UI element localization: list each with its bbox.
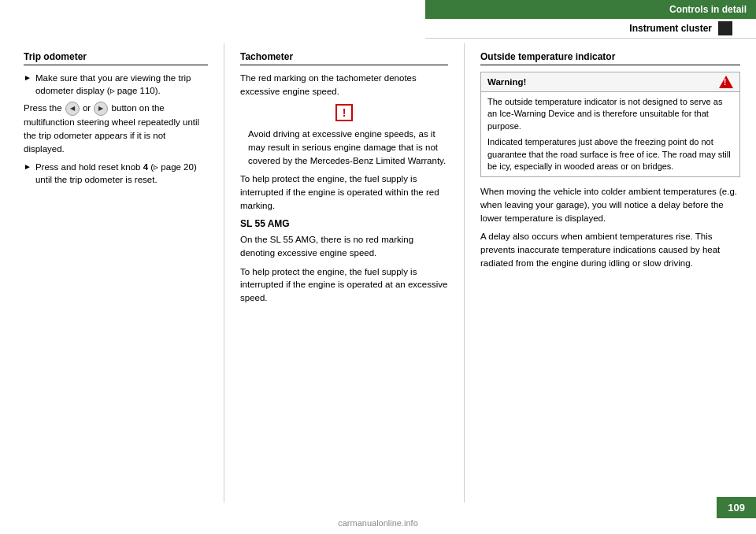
bullet-item-1: ► Make sure that you are viewing the tri…	[24, 72, 208, 97]
bullet-arrow-1: ►	[24, 72, 32, 83]
left-button-icon	[65, 102, 80, 116]
instrument-cluster-bar: Instrument cluster	[425, 19, 756, 39]
trip-odometer-section: Trip odometer ► Make sure that you are v…	[0, 43, 224, 502]
outside-temp-body1: When moving the vehicle into colder ambi…	[480, 185, 740, 224]
instrument-cluster-label: Instrument cluster	[629, 23, 712, 34]
warning-title: Warning!	[487, 77, 526, 87]
body-text-press: Press the or button on the multifunction…	[24, 102, 208, 155]
bullet-arrow-2: ►	[24, 161, 32, 172]
sl55-body1: On the SL 55 AMG, there is no red markin…	[240, 233, 448, 259]
warning-body: The outside temperature indicator is not…	[481, 92, 739, 176]
content-area: Trip odometer ► Make sure that you are v…	[0, 43, 756, 502]
page-number: 109	[717, 497, 756, 518]
header-bar: Controls in detail Instrument cluster	[425, 0, 756, 39]
caution-text: Avoid driving at excessive engine speeds…	[240, 128, 448, 167]
section-indicator-square	[718, 21, 732, 35]
tachometer-heading: Tachometer	[240, 51, 448, 65]
controls-in-detail-label: Controls in detail	[425, 0, 756, 19]
warning-box: Warning! The outside temperature indicat…	[480, 72, 740, 177]
caution-icon: !	[240, 104, 448, 121]
bullet-text-2: Press and hold reset knob 4 (▹ page 20) …	[35, 161, 208, 186]
sl55-subheading: SL 55 AMG	[240, 218, 448, 229]
caution-rect-symbol: !	[335, 104, 353, 121]
tachometer-body2: To help protect the engine, the fuel sup…	[240, 172, 448, 212]
warning-text-2: Indicated temperatures just above the fr…	[487, 136, 733, 172]
warning-header: Warning!	[481, 72, 739, 92]
bullet-item-2: ► Press and hold reset knob 4 (▹ page 20…	[24, 161, 208, 186]
tachometer-section: Tachometer The red marking on the tachom…	[224, 43, 465, 502]
outside-temp-body2: A delay also occurs when ambient tempera…	[480, 230, 740, 269]
tachometer-body1: The red marking on the tachometer denote…	[240, 72, 448, 98]
trip-odometer-heading: Trip odometer	[24, 51, 208, 65]
watermark: carmanualonline.info	[338, 518, 418, 528]
right-button-icon	[94, 102, 108, 116]
outside-temp-heading: Outside temperature indicator	[480, 51, 740, 65]
sl55-body2: To help protect the engine, the fuel sup…	[240, 265, 448, 305]
warning-triangle-icon	[719, 76, 733, 88]
outside-temp-section: Outside temperature indicator Warning! T…	[465, 43, 756, 502]
warning-text-1: The outside temperature indicator is not…	[487, 96, 733, 132]
bullet-text-1: Make sure that you are viewing the trip …	[35, 72, 208, 97]
